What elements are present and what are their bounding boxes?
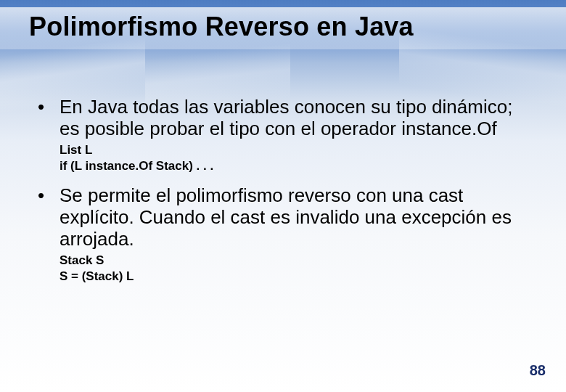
bullet-text: Se permite el polimorfismo reverso con u… [60,184,537,250]
code-line: List L [60,142,537,158]
slide-title: Polimorfismo Reverso en Java [29,12,566,42]
bullet-list: • En Java todas las variables conocen su… [35,96,537,285]
bullet-marker: • [35,96,60,118]
bullet-text: En Java todas las variables conocen su t… [60,96,537,139]
title-bar: Polimorfismo Reverso en Java [0,7,566,49]
code-block: Stack S S = (Stack) L [60,253,537,285]
slide-content: • En Java todas las variables conocen su… [35,96,537,295]
code-block: List L if (L instance.Of Stack) . . . [60,142,537,174]
page-number: 88 [530,362,546,379]
code-line: if (L instance.Of Stack) . . . [60,158,537,174]
list-item: • Se permite el polimorfismo reverso con… [35,184,537,285]
bullet-marker: • [35,184,60,206]
list-item: • En Java todas las variables conocen su… [35,96,537,174]
code-line: S = (Stack) L [60,269,537,285]
code-line: Stack S [60,253,537,269]
